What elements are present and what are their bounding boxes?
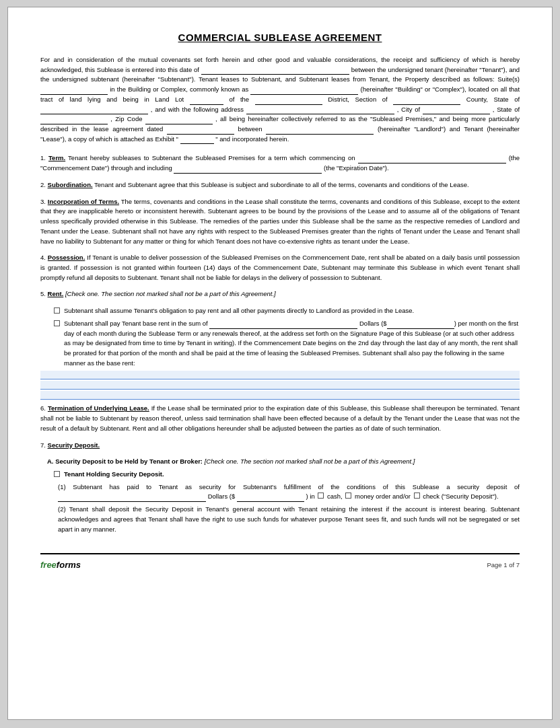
address-blank[interactable] xyxy=(246,108,394,114)
check-checkbox[interactable] xyxy=(414,493,420,499)
rent-line-2[interactable] xyxy=(40,381,520,390)
suites-blank[interactable] xyxy=(40,88,108,95)
land-lot-blank[interactable] xyxy=(190,98,223,105)
document-page: COMMERCIAL SUBLEASE AGREEMENT For and in… xyxy=(7,7,553,720)
brand-logo: freeforms xyxy=(40,560,81,570)
section-1-term: 1. Term. Tenant hereby subleases to Subt… xyxy=(40,153,520,173)
section-6-termination: 6. Termination of Underlying Lease. If t… xyxy=(40,404,520,433)
city-blank[interactable] xyxy=(423,108,490,114)
footer-divider xyxy=(40,553,520,554)
money-order-checkbox[interactable] xyxy=(345,493,351,499)
additional-rent-lines xyxy=(40,371,520,400)
zipcode-blank[interactable] xyxy=(145,118,213,124)
state-blank[interactable] xyxy=(40,118,108,124)
section-blank[interactable] xyxy=(393,98,460,105)
rent-line-1[interactable] xyxy=(40,371,520,379)
rent-dollars-blank[interactable] xyxy=(387,322,454,329)
building-name-blank[interactable] xyxy=(250,88,358,95)
landlord-blank[interactable] xyxy=(266,128,374,135)
section-7-security-deposit: 7. Security Deposit. xyxy=(40,441,520,451)
expiration-date-blank[interactable] xyxy=(174,167,322,174)
rent-amount-blank[interactable] xyxy=(209,322,357,329)
section-2-subordination: 2. Subordination. Tenant and Subtenant a… xyxy=(40,180,520,190)
section-4-possession: 4. Possession. If Tenant is unable to de… xyxy=(40,253,520,283)
tenant-holding-checkbox[interactable] xyxy=(54,471,60,477)
footer: freeforms Page 1 of 7 xyxy=(40,560,520,570)
exhibit-blank[interactable] xyxy=(180,137,214,144)
security-amount-num-blank[interactable] xyxy=(237,495,304,502)
tenant-holding-checkbox-item: Tenant Holding Security Deposit. xyxy=(54,470,520,480)
security-deposit-sub2: (2) Tenant shall deposit the Security De… xyxy=(58,505,520,534)
rent-checkbox-1[interactable] xyxy=(54,307,60,314)
county-state-blank[interactable] xyxy=(40,108,148,114)
rent-checkbox-2[interactable] xyxy=(54,320,60,326)
district-of-blank[interactable] xyxy=(255,98,322,105)
rent-option-1: Subtenant shall assume Tenant's obligati… xyxy=(54,306,520,316)
section-7a-header: A. Security Deposit to be Held by Tenant… xyxy=(47,457,520,467)
security-amount-words-blank[interactable] xyxy=(58,495,206,502)
security-deposit-sub1: (1) Subtenant has paid to Tenant as secu… xyxy=(58,482,520,502)
lease-date-blank[interactable] xyxy=(167,128,234,135)
section-3-incorporation: 3. Incorporation of Terms. The terms, co… xyxy=(40,197,520,247)
rent-option-2: Subtenant shall pay Tenant base rent in … xyxy=(54,319,520,369)
rent-line-3[interactable] xyxy=(40,391,520,400)
section-5-rent: 5. Rent. [Check one. The section not mar… xyxy=(40,289,520,299)
intro-paragraph: For and in consideration of the mutual c… xyxy=(40,55,520,144)
page-number: Page 1 of 7 xyxy=(487,561,520,569)
cash-checkbox[interactable] xyxy=(318,493,324,499)
commencement-date-blank[interactable] xyxy=(358,157,506,163)
date-blank[interactable] xyxy=(201,68,349,75)
document-title: COMMERCIAL SUBLEASE AGREEMENT xyxy=(40,32,520,43)
